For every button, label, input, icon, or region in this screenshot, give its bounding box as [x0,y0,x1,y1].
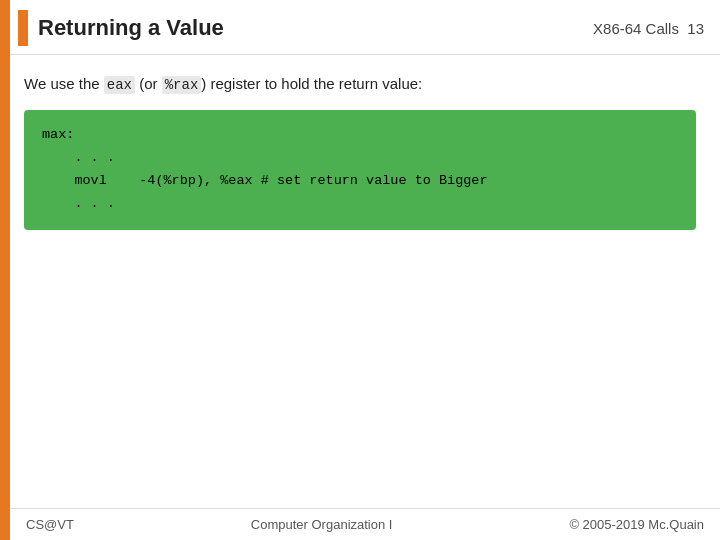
desc-before-eax: We use the [24,75,104,92]
desc-middle2: ) register to hold the return value: [201,75,422,92]
slide-number: 13 [687,20,704,37]
rax-code: %rax [162,76,202,94]
course-label: X86-64 Calls [593,20,679,37]
header-right: X86-64 Calls 13 [593,20,704,37]
code-line-4: . . . [42,193,678,216]
slide-content: We use the eax (or %rax) register to hol… [0,55,720,508]
slide-header: Returning a Value X86-64 Calls 13 [0,0,720,55]
left-accent-bar [0,0,10,540]
description-text: We use the eax (or %rax) register to hol… [24,73,696,96]
eax-code: eax [104,76,135,94]
footer-center: Computer Organization I [251,517,393,532]
code-line-3: movl -4(%rbp), %eax # set return value t… [42,170,678,193]
code-line-2: . . . [42,147,678,170]
slide: Returning a Value X86-64 Calls 13 We use… [0,0,720,540]
code-line-1: max: [42,124,678,147]
desc-middle1: (or [135,75,162,92]
footer-right: © 2005-2019 Mc.Quain [569,517,704,532]
header-orange-bar [18,10,28,46]
slide-title: Returning a Value [38,15,593,41]
slide-footer: CS@VT Computer Organization I © 2005-201… [10,508,720,540]
footer-left: CS@VT [26,517,74,532]
code-block: max: . . . movl -4(%rbp), %eax # set ret… [24,110,696,230]
